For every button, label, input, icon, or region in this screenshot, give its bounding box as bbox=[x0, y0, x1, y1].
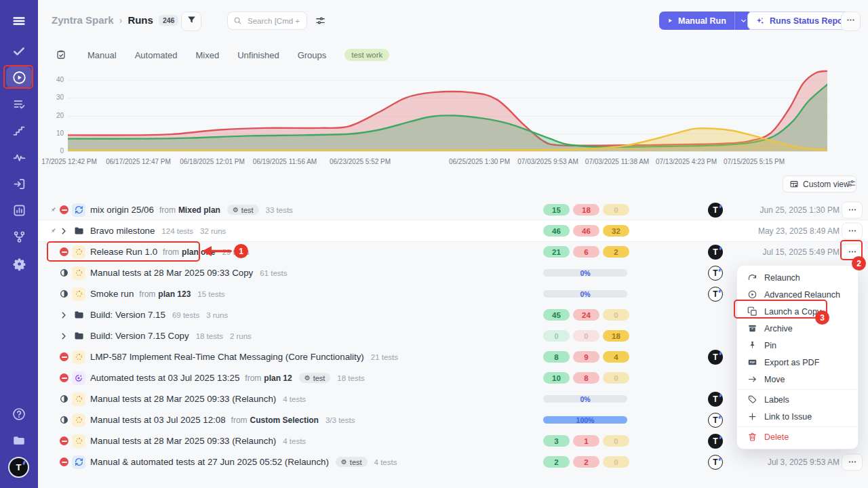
pinned-icon[interactable] bbox=[49, 206, 57, 214]
row-more-button[interactable] bbox=[842, 201, 863, 218]
manual-run-button[interactable]: Manual Run bbox=[659, 12, 753, 30]
expand-chevron-icon[interactable] bbox=[60, 332, 72, 340]
tab-unfinished[interactable]: Unfinished bbox=[237, 50, 279, 60]
sidebar-item-tests[interactable] bbox=[0, 41, 38, 60]
menu-item-delete[interactable]: Delete bbox=[737, 428, 858, 445]
menu-item-labels[interactable]: Labels bbox=[737, 391, 858, 408]
trash-icon bbox=[747, 432, 757, 442]
plan-name[interactable]: Custom Selection bbox=[250, 415, 319, 425]
run-name[interactable]: mix origin 25/06 bbox=[90, 205, 154, 215]
breadcrumb-page[interactable]: Runs bbox=[127, 14, 153, 26]
sidebar-item-reports[interactable] bbox=[0, 201, 38, 220]
menu-item-archive[interactable]: Archive bbox=[737, 320, 858, 337]
menu-item-pin[interactable]: Pin bbox=[737, 337, 858, 354]
from-label: from bbox=[163, 247, 179, 257]
tag-badge[interactable]: ⚙test bbox=[336, 457, 368, 467]
sidebar-item-test-plans[interactable] bbox=[0, 94, 38, 113]
run-name[interactable]: Manual tests at 28 Mar 2025 09:33 (Relau… bbox=[90, 394, 276, 404]
tests-count: 4 tests bbox=[374, 458, 397, 466]
menu-item-label: Move bbox=[764, 375, 785, 384]
menu-item-advanced-relaunch[interactable]: Advanced Relaunch bbox=[737, 286, 858, 303]
search-box[interactable] bbox=[227, 12, 307, 30]
sidebar-item-runs[interactable] bbox=[0, 68, 38, 87]
runs-status-report-label: Runs Status Report bbox=[770, 16, 849, 26]
spinner-icon bbox=[72, 266, 85, 280]
pinned-icon[interactable] bbox=[49, 227, 57, 235]
plan-name[interactable]: plan one bbox=[182, 247, 215, 257]
sidebar-item-milestones[interactable] bbox=[0, 121, 38, 140]
run-row-main: Bravo milestone124 tests32 runs bbox=[60, 220, 226, 241]
row-more-button[interactable] bbox=[842, 243, 863, 260]
sidebar-item-activity[interactable] bbox=[0, 148, 38, 167]
custom-view-button[interactable]: Custom view bbox=[783, 176, 856, 192]
y-axis-tick: 20 bbox=[42, 112, 64, 119]
run-row-main: Smoke runfromplan 12315 tests bbox=[60, 283, 225, 304]
search-input[interactable] bbox=[246, 16, 301, 26]
menu-item-export-as-pdf[interactable]: PDFExport as PDF bbox=[737, 354, 858, 371]
run-row[interactable]: Bravo milestone124 tests32 runs464632May… bbox=[38, 220, 868, 242]
menu-item-move[interactable]: Move bbox=[737, 371, 858, 388]
tag-icon bbox=[747, 394, 757, 405]
sidebar-item-projects[interactable] bbox=[0, 431, 38, 450]
plan-name[interactable]: Mixed plan bbox=[178, 205, 220, 215]
search-settings-icon[interactable] bbox=[315, 15, 326, 29]
avatar-accent bbox=[719, 393, 722, 397]
tab-groups[interactable]: Groups bbox=[298, 50, 327, 60]
filter-button[interactable] bbox=[181, 12, 201, 31]
x-axis-tick: 07/15/2025 5:15 PM bbox=[724, 158, 785, 165]
results-cell: 0% bbox=[543, 262, 627, 283]
tab-mixed[interactable]: Mixed bbox=[196, 50, 220, 60]
run-name[interactable]: LMP-587 Implement Real-Time Chat Messagi… bbox=[90, 352, 364, 362]
run-name[interactable]: Manual tests at 28 Mar 2025 09:33 (Relau… bbox=[90, 436, 276, 446]
header-more-button[interactable] bbox=[841, 12, 861, 31]
sidebar-item-traceability[interactable] bbox=[0, 227, 38, 246]
pdf-icon: PDF bbox=[747, 357, 757, 367]
expand-chevron-icon[interactable] bbox=[60, 227, 72, 235]
menu-item-relaunch[interactable]: Relaunch bbox=[737, 269, 858, 286]
run-name[interactable]: Build: Version 7.15 Copy bbox=[90, 331, 189, 341]
menu-item-launch-a-copy[interactable]: Launch a Copy bbox=[737, 303, 858, 320]
run-name[interactable]: Manual tests at 03 Jul 2025 12:08 bbox=[90, 415, 226, 425]
run-name[interactable]: Manual tests at 28 Mar 2025 09:33 Copy bbox=[90, 268, 253, 278]
menu-item-label: Launch a Copy bbox=[764, 307, 821, 317]
run-name[interactable]: Bravo milestone bbox=[90, 226, 155, 236]
from-label: from bbox=[231, 415, 248, 425]
sidebar-item-imports[interactable] bbox=[0, 174, 38, 193]
tab-manual[interactable]: Manual bbox=[87, 50, 117, 60]
plus-icon bbox=[747, 411, 757, 422]
result-pill: 18 bbox=[603, 330, 629, 342]
sidebar-item-help[interactable] bbox=[0, 405, 38, 424]
view-settings-icon[interactable] bbox=[846, 178, 856, 191]
run-name[interactable]: Automated tests at 03 Jul 2025 13:25 bbox=[90, 373, 239, 383]
expand-chevron-icon[interactable] bbox=[60, 311, 72, 319]
results-cell: 15180 bbox=[543, 199, 633, 220]
plan-name[interactable]: plan 12 bbox=[264, 373, 292, 383]
run-name[interactable]: Smoke run bbox=[90, 289, 134, 299]
run-row[interactable]: mix origin 25/06fromMixed plan⚙test33 te… bbox=[38, 199, 868, 220]
manual-run-main[interactable]: Manual Run bbox=[659, 12, 734, 30]
row-more-button[interactable] bbox=[842, 453, 863, 470]
filter-tag[interactable]: test work bbox=[344, 49, 389, 61]
run-row[interactable]: Release Run 1.0fromplan one29 tests2162T… bbox=[38, 241, 868, 262]
menu-item-link-to-issue[interactable]: Link to Issue bbox=[737, 408, 858, 425]
run-name[interactable]: Manual & automated tests at 27 Jun 2025 … bbox=[90, 457, 329, 467]
progress-bar: 0% bbox=[543, 395, 627, 403]
sidebar-item-settings[interactable] bbox=[0, 254, 38, 273]
progress-label: 0% bbox=[543, 395, 627, 403]
status-blocked-icon bbox=[60, 436, 72, 445]
status-in-progress-icon bbox=[60, 289, 72, 298]
saved-views-icon[interactable] bbox=[56, 49, 66, 60]
tests-count: 3/3 tests bbox=[326, 416, 355, 424]
tab-automated[interactable]: Automated bbox=[135, 50, 178, 60]
user-avatar[interactable]: T bbox=[9, 458, 28, 476]
run-row[interactable]: Manual & automated tests at 27 Jun 2025 … bbox=[38, 451, 868, 472]
gear-icon: ⚙ bbox=[341, 458, 347, 466]
run-name[interactable]: Release Run 1.0 bbox=[90, 247, 157, 257]
tag-badge[interactable]: ⚙test bbox=[227, 205, 259, 215]
plan-name[interactable]: plan 123 bbox=[158, 289, 191, 299]
row-more-button[interactable] bbox=[842, 222, 863, 239]
breadcrumb-project[interactable]: Zyntra Spark bbox=[52, 14, 114, 26]
tag-badge[interactable]: ⚙test bbox=[299, 373, 331, 383]
sidebar-item-menu[interactable] bbox=[0, 12, 38, 30]
run-name[interactable]: Build: Version 7.15 bbox=[90, 310, 165, 320]
